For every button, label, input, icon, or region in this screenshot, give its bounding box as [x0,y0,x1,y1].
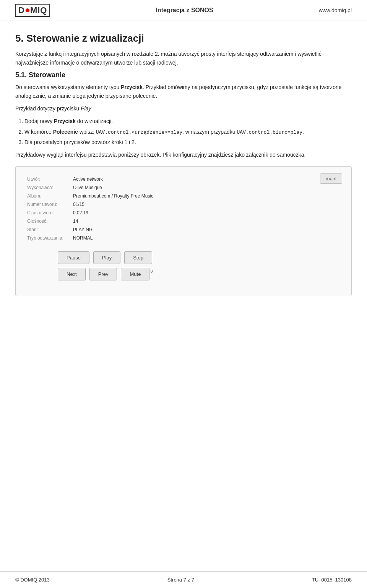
step2-suffix: . [302,129,304,135]
footer-doc-code: TU–0015–130108 [312,577,352,583]
step1-bold: Przycisk [54,118,76,124]
page-footer: © DOMIQ 2013 Strona 7 z 7 TU–0015–130108 [0,571,367,588]
page-header: D MIQ Integracja z SONOS www.domiq.pl [0,0,367,21]
info-field-value: PLAYING [73,226,93,233]
subsection-title: Sterowanie [29,71,65,79]
step2-prefix: W komórce [24,129,53,135]
info-row: Album:Premiumbeat.com / Royalty Free Mus… [27,193,340,199]
info-row: Czas utworu:0:02:19 [27,209,340,216]
logo-d: D [18,5,25,15]
buttons-row-1: Pause Play Stop [27,251,340,264]
step-2: W komórce Polecenie wpisz: UAV.control.<… [24,128,352,136]
mute-superscript: 0 [151,269,153,274]
przycisk-label: Przycisk [121,84,143,90]
info-field-value: 0:02:19 [73,209,88,216]
stop-button[interactable]: Stop [124,251,152,264]
outro-paragraph: Przykładowy wygląd interfejsu przedstawi… [15,151,352,159]
section-heading: 5. Sterowanie z wizualizacji [15,32,352,44]
footer-page-info: Strona 7 z 7 [167,577,194,583]
footer-copyright: © DOMIQ 2013 [15,577,50,583]
main-button[interactable]: main [320,173,342,184]
info-field-label: Utwór: [27,176,73,183]
info-field-value: Premiumbeat.com / Royalty Free Music [73,193,153,199]
step2-text2: , w naszym przypadku [182,129,237,135]
logo-miq: MIQ [30,5,47,15]
info-row: Stan:PLAYING [27,226,340,233]
info-row: Głośność:14 [27,218,340,225]
logo-area: D MIQ [15,4,50,17]
website-url: www.domiq.pl [319,7,352,13]
info-field-label: Album: [27,193,73,199]
info-field-value: 01/15 [73,201,84,208]
step2-code1: UAV.control.<urządzenie>=play [96,130,182,135]
info-row: Numer utworu:01/15 [27,201,340,208]
play-italic-label: Play [81,105,91,112]
document-title: Integracja z SONOS [156,7,213,14]
info-field-label: Czas utworu: [27,209,73,216]
info-field-value: NORMAL [73,235,93,241]
info-field-label: Stan: [27,226,73,233]
info-field-value: Active network [73,176,103,183]
mute-button[interactable]: Mute [121,268,149,280]
play-button[interactable]: Play [93,251,120,264]
step-1: Dodaj nowy Przycisk do wizualizacji. [24,117,352,126]
step2-text1: wpisz: [78,129,96,135]
info-row: Tryb odtwarzania:NORMAL [27,235,340,241]
section-title-text: Sterowanie z wizualizacji [26,32,144,44]
subsection-number: 5.1. [15,71,27,79]
next-button[interactable]: Next [58,268,86,280]
info-field-label: Numer utworu: [27,201,73,208]
logo-dot [26,8,29,12]
step1-prefix: Dodaj nowy [24,118,54,124]
step2-code2: UAV.control.biuro=play [237,130,302,135]
interface-mockup: main Utwór:Active networkWykonawca:Olive… [15,166,352,296]
section-number: 5. [15,32,24,44]
info-field-label: Głośność: [27,218,73,225]
main-content: 5. Sterowanie z wizualizacji Korzystając… [0,21,367,313]
play-example: Przykład dotyczy przycisku Play [15,104,352,113]
info-row: Wykonawca:Olive Musique [27,184,340,191]
step2-bold: Polecenie [53,129,78,135]
info-field-label: Wykonawca: [27,184,73,191]
step-3: Dla pozostałych przycisków powtórz kroki… [24,138,352,147]
subsection-heading: 5.1. Sterowanie [15,71,352,79]
info-field-value: 14 [73,218,78,225]
intro-text-1: Do sterowania wykorzystamy elementy typu [15,84,121,90]
info-row: Utwór:Active network [27,176,340,183]
prev-button[interactable]: Prev [89,268,117,280]
step1-suffix: do wizualizacji. [76,118,113,124]
buttons-row-2: Next Prev Mute 0 [27,268,340,280]
section-intro: Korzystając z funkcji integracyjnych opi… [15,50,352,67]
info-field-value: Olive Musique [73,184,102,191]
info-field-label: Tryb odtwarzania: [27,235,73,241]
example-play-text: Przykład dotyczy przycisku [15,105,81,112]
info-table: Utwór:Active networkWykonawca:Olive Musi… [27,176,340,241]
steps-list: Dodaj nowy Przycisk do wizualizacji. W k… [24,117,352,147]
mute-wrapper: Mute 0 [121,268,149,280]
subsection-intro: Do sterowania wykorzystamy elementy typu… [15,83,352,100]
pause-button[interactable]: Pause [58,251,89,264]
logo: D MIQ [15,4,50,17]
